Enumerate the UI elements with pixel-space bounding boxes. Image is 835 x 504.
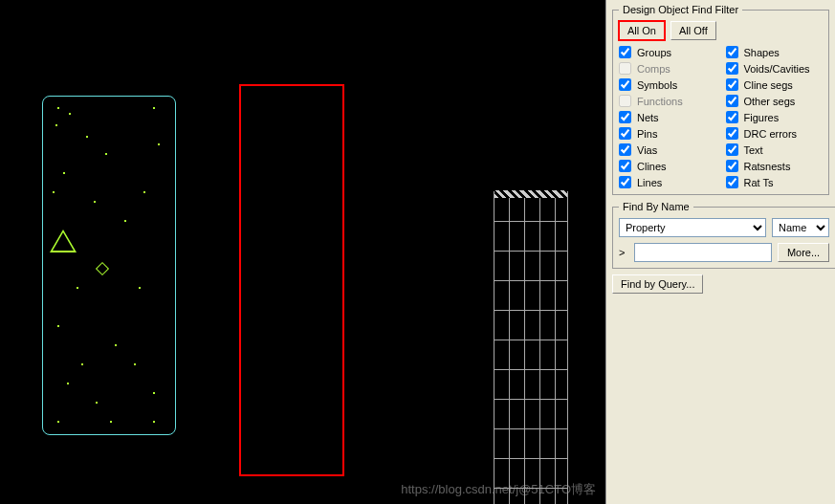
filter-groups[interactable]: Groups: [619, 46, 716, 58]
board-outline: [42, 96, 176, 435]
filter-figures[interactable]: Figures: [726, 111, 824, 123]
filter-checkbox[interactable]: [726, 95, 738, 107]
filter-lines[interactable]: Lines: [619, 176, 716, 188]
find-by-name-group: Find By Name Property Name > More...: [612, 201, 835, 269]
find-by-name-legend: Find By Name: [619, 201, 693, 212]
find-filter-group: Design Object Find Filter All On All Off…: [612, 4, 829, 195]
find-filter-legend: Design Object Find Filter: [619, 4, 742, 15]
component-grid: [494, 191, 568, 504]
filter-checkbox[interactable]: [619, 46, 631, 58]
filter-label: Shapes: [744, 47, 780, 58]
name-select[interactable]: Name: [772, 218, 829, 237]
filter-cline-segs[interactable]: Cline segs: [726, 78, 824, 91]
filter-checkbox[interactable]: [619, 176, 631, 188]
filter-label: Groups: [637, 47, 671, 58]
filter-ratsnests[interactable]: Ratsnests: [726, 160, 824, 172]
all-on-button[interactable]: All On: [619, 21, 665, 40]
filter-checkbox[interactable]: [726, 62, 738, 75]
filter-label: DRC errors: [744, 128, 798, 140]
filter-checkbox[interactable]: [726, 176, 738, 188]
filter-label: Symbols: [637, 79, 677, 91]
all-off-button[interactable]: All Off: [670, 21, 716, 40]
filter-label: Other segs: [744, 96, 796, 107]
filter-label: Figures: [744, 112, 780, 123]
filter-clines[interactable]: Clines: [619, 160, 716, 172]
filter-checkbox[interactable]: [726, 78, 738, 91]
filter-checkbox[interactable]: [619, 78, 631, 91]
triangle-marker: [50, 230, 77, 252]
filter-checkbox[interactable]: [726, 46, 738, 58]
find-by-query-button[interactable]: Find by Query...: [612, 274, 703, 294]
filter-nets[interactable]: Nets: [619, 111, 716, 123]
options-panel: Design Object Find Filter All On All Off…: [605, 0, 835, 504]
filter-shapes[interactable]: Shapes: [726, 46, 824, 58]
filter-label: Pins: [637, 128, 657, 140]
filter-checkbox[interactable]: [619, 143, 631, 156]
filter-drc-errors[interactable]: DRC errors: [726, 127, 824, 140]
filter-checkbox[interactable]: [619, 160, 631, 172]
filter-checkbox[interactable]: [619, 127, 631, 140]
filter-label: Comps: [637, 63, 670, 75]
filter-label: Nets: [637, 112, 659, 123]
filter-label: Ratsnests: [744, 161, 791, 172]
filter-rat-ts[interactable]: Rat Ts: [726, 176, 824, 188]
filter-pins[interactable]: Pins: [619, 127, 716, 140]
filter-label: Cline segs: [744, 79, 793, 91]
filter-checkbox[interactable]: [726, 127, 738, 140]
filter-label: Lines: [637, 177, 662, 188]
prompt-icon: >: [619, 247, 628, 258]
filter-label: Functions: [637, 96, 683, 107]
filter-checkbox: [619, 95, 631, 107]
filter-label: Text: [744, 144, 763, 156]
filter-text[interactable]: Text: [726, 143, 824, 156]
filter-functions: Functions: [619, 95, 716, 107]
filter-checkbox[interactable]: [726, 111, 738, 123]
filter-checkbox[interactable]: [619, 111, 631, 123]
filter-checkbox[interactable]: [726, 143, 738, 156]
filter-label: Clines: [637, 161, 667, 172]
filter-label: Vias: [637, 144, 657, 156]
filter-other-segs[interactable]: Other segs: [726, 95, 824, 107]
filter-comps: Comps: [619, 62, 716, 75]
property-select[interactable]: Property: [619, 218, 766, 237]
filter-symbols[interactable]: Symbols: [619, 78, 716, 91]
filter-checkbox[interactable]: [726, 160, 738, 172]
filter-label: Voids/Cavities: [744, 63, 810, 75]
more-button[interactable]: More...: [778, 243, 829, 262]
filter-label: Rat Ts: [744, 177, 774, 188]
filter-voids-cavities[interactable]: Voids/Cavities: [726, 62, 824, 75]
filter-vias[interactable]: Vias: [619, 143, 716, 156]
selection-rectangle: [239, 84, 344, 476]
design-canvas[interactable]: https://blog.csdn.net/j@51CTO博客: [0, 0, 605, 504]
find-name-input[interactable]: [634, 243, 772, 262]
filter-checkbox: [619, 62, 631, 75]
